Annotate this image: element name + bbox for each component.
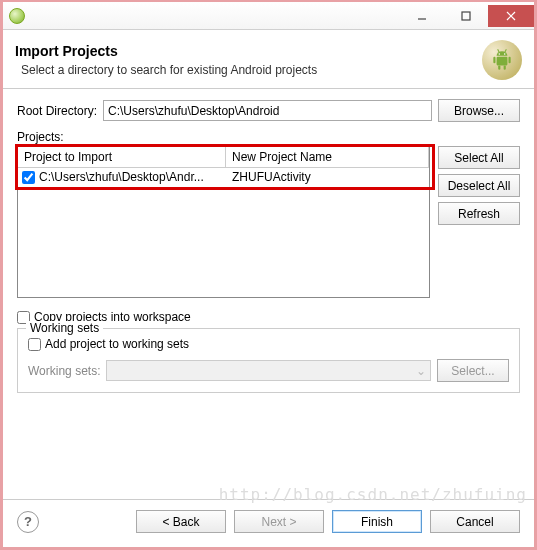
root-directory-label: Root Directory: [17, 104, 97, 118]
group-title: Working sets [26, 321, 103, 335]
svg-rect-4 [497, 57, 508, 66]
svg-rect-6 [509, 57, 511, 64]
select-all-button[interactable]: Select All [438, 146, 520, 169]
cancel-button[interactable]: Cancel [430, 510, 520, 533]
root-directory-input[interactable] [103, 100, 432, 121]
window-titlebar [3, 2, 534, 30]
working-sets-group: Working sets Add project to working sets… [17, 328, 520, 393]
minimize-button[interactable] [400, 5, 444, 27]
project-checkbox[interactable] [22, 171, 35, 184]
svg-line-10 [505, 49, 507, 52]
chevron-down-icon: ⌄ [416, 364, 426, 378]
table-row[interactable]: C:\Users\zhufu\Desktop\Andr... ZHUFUActi… [18, 168, 429, 186]
dialog-subtitle: Select a directory to search for existin… [21, 63, 474, 77]
svg-point-12 [504, 53, 506, 55]
svg-rect-7 [498, 65, 500, 69]
column-header-name[interactable]: New Project Name [226, 147, 429, 168]
dialog-content: Root Directory: Browse... Projects: Proj… [3, 89, 534, 499]
close-button[interactable] [488, 5, 534, 27]
svg-line-9 [498, 49, 500, 52]
svg-rect-1 [462, 12, 470, 20]
svg-point-11 [499, 53, 501, 55]
deselect-all-button[interactable]: Deselect All [438, 174, 520, 197]
select-working-set-button: Select... [437, 359, 509, 382]
working-sets-dropdown: ⌄ [106, 360, 431, 381]
refresh-button[interactable]: Refresh [438, 202, 520, 225]
finish-button[interactable]: Finish [332, 510, 422, 533]
svg-rect-8 [504, 65, 506, 69]
dialog-title: Import Projects [15, 43, 474, 59]
working-sets-label: Working sets: [28, 364, 100, 378]
dialog-header: Import Projects Select a directory to se… [3, 30, 534, 89]
app-icon [9, 8, 25, 24]
svg-rect-5 [493, 57, 495, 64]
column-header-project[interactable]: Project to Import [18, 147, 226, 168]
projects-table[interactable]: Project to Import New Project Name C:\Us… [17, 146, 430, 298]
browse-button[interactable]: Browse... [438, 99, 520, 122]
dialog-footer: ? < Back Next > Finish Cancel [3, 499, 534, 547]
android-icon [482, 40, 522, 80]
maximize-button[interactable] [444, 5, 488, 27]
add-working-set-label: Add project to working sets [45, 337, 189, 351]
back-button[interactable]: < Back [136, 510, 226, 533]
project-new-name: ZHUFUActivity [226, 170, 425, 184]
project-path: C:\Users\zhufu\Desktop\Andr... [39, 170, 204, 184]
add-working-set-checkbox[interactable] [28, 338, 41, 351]
projects-label: Projects: [17, 130, 520, 144]
next-button: Next > [234, 510, 324, 533]
help-icon[interactable]: ? [17, 511, 39, 533]
